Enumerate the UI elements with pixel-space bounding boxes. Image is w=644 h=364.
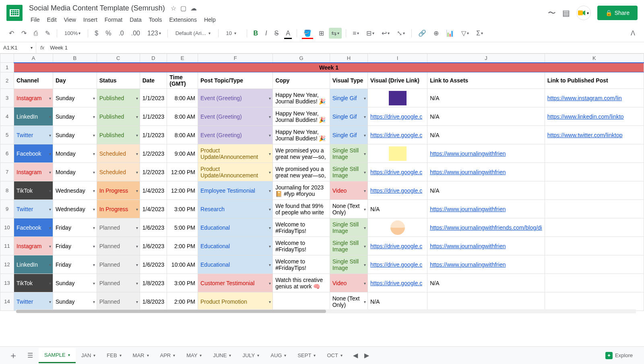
header-visual-type[interactable]: Visual Type [330, 72, 367, 89]
header-assets[interactable]: Link to Assets [427, 72, 545, 89]
name-box[interactable]: A1:K1▾ [0, 42, 36, 53]
scroll-tabs-right-icon[interactable]: ▶ [364, 352, 369, 359]
cell-assets[interactable]: https://www.journalingwithfrien [427, 200, 545, 218]
header-status[interactable]: Status [97, 72, 140, 89]
strikethrough-icon[interactable]: S [272, 28, 281, 39]
cell-channel[interactable]: Facebook [14, 144, 53, 163]
cell-channel[interactable]: Twitter [14, 200, 53, 218]
comment-icon[interactable]: ⊕ [431, 28, 441, 39]
select-all-corner[interactable] [0, 54, 14, 63]
column-header[interactable]: C [97, 54, 140, 63]
cell-visual-link[interactable]: https://drive.google.c [368, 181, 427, 200]
cell-date[interactable]: 1/8/2023 [140, 292, 167, 311]
cell-status[interactable]: In Progress [97, 200, 140, 218]
cell-topic[interactable]: Product Promotion [198, 292, 273, 311]
menu-data[interactable]: Data [126, 15, 145, 25]
column-header[interactable]: E [167, 54, 198, 63]
cell-time[interactable]: 3:00 PM [167, 200, 198, 218]
cell-copy[interactable]: Happy New Year, Journal Buddies! 🎉 [273, 107, 330, 126]
cell-topic[interactable]: Customer Testimonial [198, 274, 273, 292]
cell-day[interactable]: Sunday [53, 107, 97, 126]
share-button[interactable]: 🔒 Share [597, 6, 638, 20]
cell-assets[interactable]: N/A [427, 126, 545, 144]
cell-assets[interactable]: https://www.journalingwithfrien [427, 144, 545, 163]
cell-channel[interactable]: LinkedIn [14, 255, 53, 274]
cell-visual-type[interactable]: None (Text Only) [330, 200, 367, 218]
cell-day[interactable]: Monday [53, 163, 97, 181]
cell-visual-link[interactable]: N/A [368, 200, 427, 218]
row-header[interactable]: 5 [0, 126, 14, 144]
column-header[interactable]: B [53, 54, 97, 63]
currency-icon[interactable]: $ [92, 28, 101, 39]
cell-day[interactable]: Sunday [53, 126, 97, 144]
percent-icon[interactable]: % [103, 28, 114, 39]
menu-help[interactable]: Help [201, 15, 219, 25]
cell-topic[interactable]: Event (Greeting) [198, 126, 273, 144]
row-header[interactable]: 13 [0, 274, 14, 292]
cell-status[interactable]: Planned [97, 292, 140, 311]
cell-time[interactable]: 9:00 AM [167, 144, 198, 163]
cell-date[interactable]: 1/6/2023 [140, 237, 167, 255]
cell-channel[interactable]: TikTok [14, 181, 53, 200]
cell-day[interactable]: Wednesday [53, 200, 97, 218]
cell-day[interactable]: Sunday [53, 292, 97, 311]
cell-copy[interactable]: Happy New Year, Journal Buddies! 🎉 [273, 126, 330, 144]
column-header[interactable]: F [198, 54, 273, 63]
cell-day[interactable]: Friday [53, 255, 97, 274]
borders-icon[interactable]: ⊞ [316, 28, 326, 39]
vertical-align-icon[interactable]: ⊟▾ [364, 28, 377, 39]
cell-topic[interactable]: Employee Testimonial [198, 181, 273, 200]
print-icon[interactable]: ⎙ [31, 28, 40, 39]
cell-topic[interactable]: Product Update/Announcement [198, 163, 273, 181]
cell-date[interactable]: 1/1/2023 [140, 126, 167, 144]
cell-time[interactable]: 8:00 AM [167, 107, 198, 126]
row-header[interactable]: 14 [0, 292, 14, 311]
row-header[interactable]: 3 [0, 89, 14, 107]
column-header[interactable]: I [368, 54, 427, 63]
cell-assets[interactable]: N/A [427, 181, 545, 200]
cell-topic[interactable]: Research [198, 200, 273, 218]
undo-icon[interactable]: ↶ [6, 28, 17, 39]
cell-date[interactable]: 1/8/2023 [140, 274, 167, 292]
cell-visual-link[interactable]: N/A [368, 292, 427, 311]
sheet-tab[interactable]: MAY ▾ [181, 348, 207, 363]
header-time[interactable]: Time (GMT) [167, 72, 198, 89]
cell-copy[interactable]: Watch this creative genius at work 🧠 [273, 274, 330, 292]
cell-day[interactable]: Sunday [53, 89, 97, 107]
cell-status[interactable]: In Progress [97, 181, 140, 200]
cell-copy[interactable]: We found that 99% of people who write [273, 200, 330, 218]
header-day[interactable]: Day [53, 72, 97, 89]
cell-visual-link[interactable]: https://drive.google.c [368, 237, 427, 255]
horizontal-scrollbar[interactable] [16, 309, 636, 313]
cell-status[interactable]: Planned [97, 274, 140, 292]
cell-published[interactable] [545, 144, 644, 163]
sheet-tab[interactable]: SEPT ▾ [292, 348, 321, 363]
text-wrap-icon[interactable]: ↩▾ [379, 28, 392, 39]
cell-assets[interactable]: https://www.journalingwithfrien [427, 163, 545, 181]
cell-visual-link[interactable]: https://drive.google.c [368, 163, 427, 181]
cell-visual-link[interactable]: https://drive.google.c [368, 255, 427, 274]
decrease-decimal-icon[interactable]: .0 [116, 28, 126, 39]
zoom-select[interactable]: 100% ▾ [61, 29, 84, 38]
cell-assets[interactable]: N/A [427, 89, 545, 107]
all-sheets-icon[interactable]: ☰ [23, 352, 37, 359]
column-header[interactable]: H [330, 54, 367, 63]
cell-topic[interactable]: Event (Greeting) [198, 107, 273, 126]
functions-icon[interactable]: Σ▾ [474, 28, 485, 39]
cell-visual-link[interactable]: https://drive.google.c [368, 274, 427, 292]
cell-copy[interactable] [273, 292, 330, 311]
row-header[interactable]: 2 [0, 72, 14, 89]
cell-status[interactable]: Planned [97, 237, 140, 255]
cell-status[interactable]: Scheduled [97, 163, 140, 181]
cell-status[interactable]: Scheduled [97, 144, 140, 163]
cell-visual-link[interactable] [368, 89, 427, 107]
cell-published[interactable] [545, 255, 644, 274]
header-channel[interactable]: Channel [14, 72, 53, 89]
cell-visual-type[interactable]: Single Still Image [330, 237, 367, 255]
add-sheet-icon[interactable]: ＋ [5, 350, 22, 362]
cell-status[interactable]: Published [97, 89, 140, 107]
sheet-tab[interactable]: APR ▾ [155, 348, 181, 363]
cell-day[interactable]: Wednesday [53, 181, 97, 200]
text-rotation-icon[interactable]: ⤡▾ [394, 28, 407, 39]
explore-button[interactable]: ✦ Explore [605, 352, 639, 359]
